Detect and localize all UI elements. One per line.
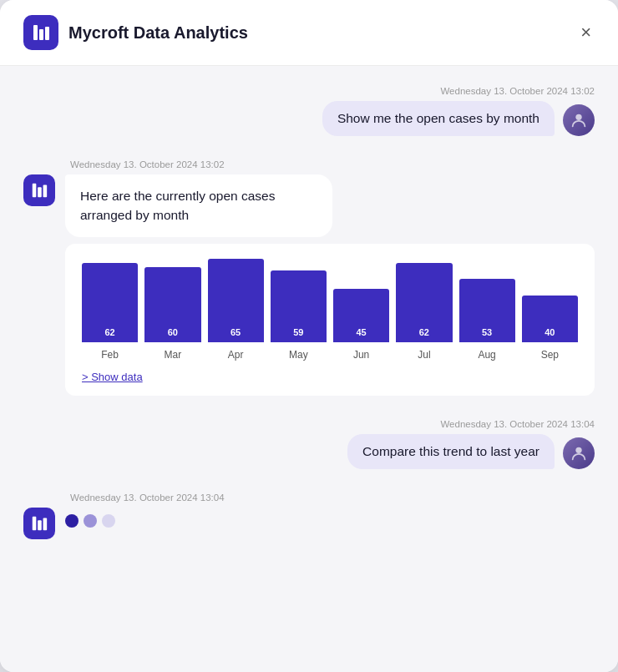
bar-label-jul: Jul (418, 349, 430, 361)
user-message-1: Show me the open cases by month (23, 101, 595, 136)
bar-value-jun: 45 (357, 328, 367, 339)
bar-value-feb: 62 (105, 328, 115, 339)
loading-dot-3 (102, 514, 115, 528)
user-avatar-1 (563, 104, 595, 136)
bot-2-timestamp: Wednesday 13. October 2024 13:04 (70, 493, 595, 503)
svg-rect-4 (33, 184, 37, 198)
bar-label-mar: Mar (165, 349, 182, 361)
header: Mycroft Data Analytics × (0, 0, 618, 66)
bar-label-may: May (289, 349, 308, 361)
svg-rect-10 (43, 518, 48, 530)
svg-rect-2 (45, 27, 49, 40)
bar-value-sep: 40 (545, 328, 555, 339)
bar-group-feb: 62Feb (82, 263, 138, 361)
header-left: Mycroft Data Analytics (23, 15, 248, 50)
svg-rect-1 (39, 29, 43, 40)
bar-jul: 62 (396, 263, 452, 342)
user-bubble-1: Show me the open cases by month (322, 101, 555, 136)
svg-rect-6 (43, 185, 48, 198)
user-1-timestamp: Wednesday 13. October 2024 13:02 (23, 86, 595, 96)
bot-bubble-1: Here are the currently open cases arrang… (65, 174, 332, 237)
bot-1-timestamp: Wednesday 13. October 2024 13:02 (70, 159, 595, 169)
bar-group-mar: 60Mar (144, 267, 200, 361)
bar-label-aug: Aug (478, 349, 495, 361)
bar-sep: 40 (522, 296, 578, 342)
bot-message-2 (23, 508, 595, 539)
bar-label-jun: Jun (353, 349, 369, 361)
svg-rect-5 (38, 187, 42, 197)
bot-loading (65, 508, 595, 534)
svg-rect-9 (38, 520, 42, 530)
show-data-link[interactable]: > Show data (82, 371, 143, 383)
chart-card: 62Feb60Mar65Apr59May45Jun62Jul53Aug40Sep… (65, 244, 595, 396)
bar-value-apr: 65 (230, 328, 241, 339)
bot-message-1: Here are the currently open cases arrang… (23, 174, 595, 237)
bar-label-feb: Feb (101, 349, 119, 361)
bar-feb: 62 (82, 263, 138, 342)
loading-dot-1 (65, 514, 79, 528)
bar-group-jun: 45Jun (333, 289, 389, 361)
bar-may: 59 (271, 270, 327, 342)
bar-value-may: 59 (293, 328, 303, 339)
loading-dot-2 (84, 514, 97, 528)
bot-icon-1 (23, 174, 55, 206)
app-window: Mycroft Data Analytics × Wednesday 13. O… (0, 0, 618, 672)
svg-rect-8 (33, 516, 37, 530)
user-message-2: Compare this trend to last year (23, 434, 595, 469)
app-icon (23, 15, 58, 50)
user-bubble-2: Compare this trend to last year (347, 434, 555, 469)
svg-point-7 (575, 447, 581, 452)
bar-mar: 60 (144, 267, 200, 342)
bot-content-1: Here are the currently open cases arrang… (65, 174, 595, 237)
bar-value-mar: 60 (168, 328, 178, 339)
bar-apr: 65 (208, 259, 264, 342)
close-button[interactable]: × (577, 20, 595, 45)
bar-jun: 45 (333, 289, 389, 342)
bar-label-apr: Apr (228, 349, 244, 361)
bar-value-jul: 62 (419, 328, 429, 339)
chart-container: 62Feb60Mar65Apr59May45Jun62Jul53Aug40Sep (82, 260, 578, 361)
app-title: Mycroft Data Analytics (68, 23, 248, 43)
bar-group-jul: 62Jul (396, 263, 452, 361)
svg-point-3 (575, 114, 581, 120)
bar-group-sep: 40Sep (522, 296, 578, 361)
bot-icon-2 (23, 508, 55, 539)
bar-label-sep: Sep (541, 349, 559, 361)
bar-group-aug: 53Aug (459, 279, 515, 361)
bar-group-apr: 65Apr (208, 259, 264, 361)
loading-dots (65, 508, 595, 534)
svg-rect-0 (33, 25, 38, 40)
bar-aug: 53 (459, 279, 515, 342)
chat-area: Wednesday 13. October 2024 13:02 Show me… (0, 66, 618, 672)
bar-value-aug: 53 (482, 328, 492, 339)
bar-group-may: 59May (271, 270, 327, 361)
user-2-timestamp: Wednesday 13. October 2024 13:04 (23, 419, 595, 429)
user-avatar-2 (563, 437, 595, 469)
